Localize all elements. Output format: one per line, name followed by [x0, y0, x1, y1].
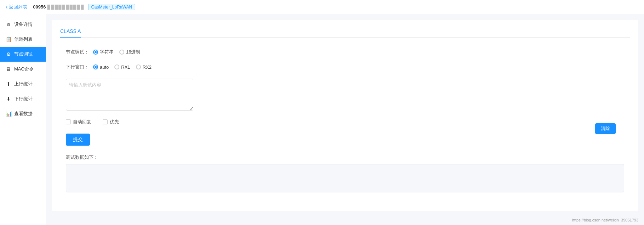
device-detail-icon: 🖥: [6, 22, 11, 27]
auto-reply-checkbox-option[interactable]: 自动回复: [66, 119, 91, 125]
sidebar-item-label: 节点调试: [14, 51, 33, 57]
priority-checkbox-option[interactable]: 优先: [103, 119, 119, 125]
debug-textarea[interactable]: [66, 79, 193, 111]
radio-hex-option[interactable]: 16进制: [119, 49, 140, 55]
radio-string-label: 字符串: [100, 49, 114, 55]
checkbox-row: 自动回复 优先: [66, 119, 624, 125]
sidebar-item-label: MAC命令: [14, 66, 34, 72]
sidebar-item-label: 信道列表: [14, 36, 33, 43]
radio-string-option[interactable]: 字符串: [93, 49, 114, 55]
radio-hex-circle: [119, 50, 124, 55]
debug-result-label: 调试数据如下：: [66, 154, 624, 161]
debug-result-area: [66, 164, 624, 192]
auto-reply-label: 自动回复: [73, 119, 91, 125]
sidebar-item-device-detail[interactable]: 🖥 设备详情: [0, 17, 46, 32]
debug-result-container: 清除: [66, 164, 624, 192]
sidebar-item-downlink-stats[interactable]: ⬇ 下行统计: [0, 91, 46, 106]
sidebar-item-node-debug[interactable]: ⚙ 节点调试: [0, 47, 46, 62]
back-link[interactable]: 返回列表: [6, 4, 27, 10]
channel-list-icon: 📋: [6, 36, 11, 42]
debug-mode-radio-group: 字符串 16进制: [93, 49, 140, 55]
mac-command-icon: 🖥: [6, 66, 11, 72]
submit-button[interactable]: 提交: [66, 134, 90, 146]
sidebar-item-label: 下行统计: [14, 96, 33, 102]
url-hint: https://blog.csdn.net/weixin_39051793: [572, 218, 638, 222]
radio-rx2-circle: [136, 64, 141, 69]
device-id: 00956██████████: [33, 4, 84, 10]
sidebar-item-mac-command[interactable]: 🖥 MAC命令: [0, 62, 46, 77]
device-tag: GasMeter_LoRaWAN: [88, 4, 136, 10]
node-debug-icon: ⚙: [6, 51, 11, 57]
downlink-window-row: 下行窗口： auto RX1 RX2: [66, 64, 624, 70]
debug-textarea-wrapper: [66, 79, 193, 112]
radio-rx1-option[interactable]: RX1: [114, 64, 130, 70]
radio-auto-circle: [93, 64, 98, 69]
node-debug-mode-row: 节点调试： 字符串 16进制: [66, 49, 624, 55]
top-bar: 返回列表 00956██████████ GasMeter_LoRaWAN: [0, 0, 644, 14]
radio-rx2-label: RX2: [143, 64, 152, 70]
downlink-label: 下行窗口：: [66, 64, 89, 70]
view-data-icon: 📊: [6, 111, 11, 117]
tab-bar: CLASS A: [60, 26, 630, 38]
radio-hex-label: 16进制: [126, 49, 140, 55]
sidebar-item-label: 设备详情: [14, 21, 33, 28]
content-area: CLASS A 节点调试： 字符串 16进制: [46, 14, 644, 225]
priority-checkbox: [103, 119, 108, 124]
radio-rx1-label: RX1: [121, 64, 130, 70]
main-layout: 🖥 设备详情 📋 信道列表 ⚙ 节点调试 🖥 MAC命令 ⬆ 上行统计 ⬇ 下行…: [0, 14, 644, 225]
form-section: 节点调试： 字符串 16进制 下行窗口：: [60, 46, 630, 195]
content-panel: CLASS A 节点调试： 字符串 16进制: [52, 20, 638, 211]
sidebar-item-channel-list[interactable]: 📋 信道列表: [0, 32, 46, 47]
sidebar: 🖥 设备详情 📋 信道列表 ⚙ 节点调试 🖥 MAC命令 ⬆ 上行统计 ⬇ 下行…: [0, 14, 46, 225]
sidebar-item-label: 上行统计: [14, 81, 33, 87]
radio-rx2-option[interactable]: RX2: [136, 64, 152, 70]
node-debug-label: 节点调试：: [66, 49, 89, 55]
priority-label: 优先: [110, 119, 119, 125]
uplink-stats-icon: ⬆: [6, 81, 11, 87]
downlink-radio-group: auto RX1 RX2: [93, 64, 152, 70]
radio-rx1-circle: [114, 64, 119, 69]
auto-reply-checkbox: [66, 119, 71, 124]
downlink-stats-icon: ⬇: [6, 96, 11, 102]
radio-auto-label: auto: [100, 64, 109, 70]
sidebar-item-view-data[interactable]: 📊 查看数据: [0, 106, 46, 121]
radio-auto-option[interactable]: auto: [93, 64, 109, 70]
tab-class-a[interactable]: CLASS A: [60, 26, 81, 38]
radio-string-circle: [93, 50, 98, 55]
sidebar-item-uplink-stats[interactable]: ⬆ 上行统计: [0, 77, 46, 91]
clear-button[interactable]: 清除: [595, 123, 616, 134]
sidebar-item-label: 查看数据: [14, 111, 33, 117]
